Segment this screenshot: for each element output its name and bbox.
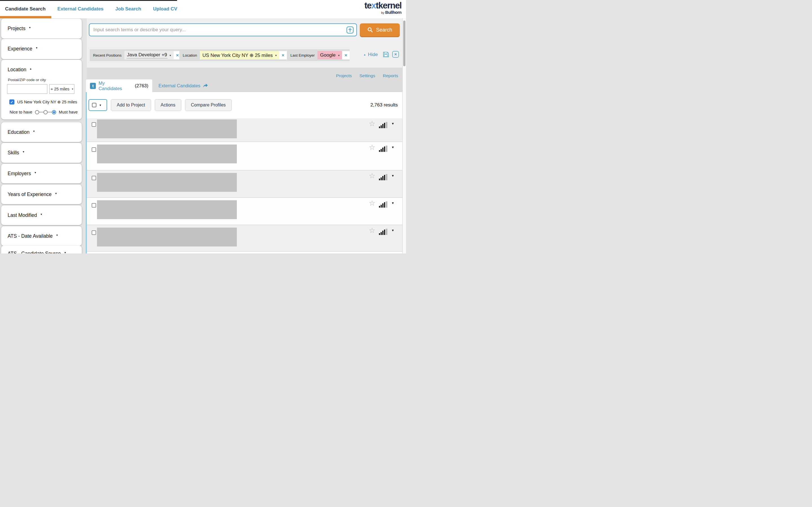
logo-text-rest: tkernel — [376, 1, 402, 10]
relevance-bars-icon[interactable] — [379, 122, 388, 128]
candidate-row[interactable]: ☆ ▾ — [87, 225, 402, 251]
slider-radio-3-selected[interactable] — [52, 110, 56, 114]
star-icon[interactable]: ☆ — [369, 144, 375, 151]
row-checkbox[interactable] — [92, 203, 96, 208]
row-checkbox[interactable] — [92, 147, 96, 152]
logo-text: te — [364, 1, 371, 10]
chevron-down-icon[interactable]: ▾ — [392, 173, 394, 178]
chip-value-dropdown[interactable]: Google ▾ — [317, 51, 342, 59]
chip-value-dropdown[interactable]: US New York City NY ⊕ 25 miles ▾ — [200, 51, 279, 59]
chip-label: Recent Positions — [93, 53, 121, 57]
panel-toggle-education[interactable]: Education▾ — [1, 122, 82, 142]
must-have-label: Must have — [59, 110, 78, 114]
select-all-checkbox[interactable] — [92, 103, 96, 107]
top-navigation-bar: Candidate Search External Candidates Job… — [0, 0, 406, 18]
panel-toggle-employers[interactable]: Employers▾ — [1, 164, 82, 183]
nav-tab-job-search[interactable]: Job Search — [115, 6, 141, 12]
checked-checkbox[interactable]: ✓ — [9, 100, 14, 105]
remove-filter-icon[interactable]: ✕ — [342, 51, 350, 59]
panel-toggle-skills[interactable]: Skills▾ — [1, 143, 82, 163]
relevance-bars-icon[interactable] — [379, 174, 388, 180]
panel-toggle-years[interactable]: Years of Experience▾ — [1, 184, 82, 204]
chevron-down-icon[interactable]: ▾ — [392, 121, 394, 126]
close-search-panel-icon[interactable]: ✕ — [392, 51, 399, 58]
postal-code-input[interactable] — [7, 84, 47, 94]
row-checkbox[interactable] — [92, 122, 96, 127]
subheader-band: Projects Settings Reports t My Candidate… — [87, 68, 402, 92]
chip-label: Last Employer — [290, 53, 315, 57]
tab-my-candidates[interactable]: t My Candidates (2763) — [86, 79, 152, 92]
tab-external-candidates[interactable]: External Candidates — [158, 79, 208, 92]
panel-toggle-projects[interactable]: Projects▾ — [1, 18, 82, 38]
settings-link[interactable]: Settings — [359, 73, 375, 78]
chevron-down-icon: ▾ — [170, 54, 171, 57]
my-candidates-count: (2763) — [135, 83, 148, 89]
row-checkbox[interactable] — [92, 176, 96, 180]
results-area: ▾ Add to Project Actions Compare Profile… — [87, 92, 402, 253]
chevron-down-icon: ▾ — [100, 103, 101, 107]
upload-query-icon[interactable] — [346, 26, 354, 34]
redacted-candidate-info — [97, 228, 237, 246]
external-candidates-label: External Candidates — [158, 83, 200, 89]
star-icon[interactable]: ☆ — [369, 227, 375, 234]
scrollbar-thumb[interactable] — [403, 20, 405, 66]
chevron-down-icon[interactable]: ▾ — [392, 201, 394, 205]
save-search-icon[interactable] — [383, 51, 389, 58]
row-checkbox[interactable] — [92, 230, 96, 235]
remove-filter-icon[interactable]: ✕ — [279, 51, 287, 59]
filter-panel-last-modified: Last Modified▾ — [1, 205, 82, 225]
star-icon[interactable]: ☆ — [369, 120, 375, 127]
search-input[interactable] — [89, 23, 357, 36]
nav-tab-candidate-search[interactable]: Candidate Search — [5, 6, 46, 12]
panel-label: ATS - Date Available — [8, 233, 53, 239]
candidate-row[interactable]: ☆ ▾ — [87, 198, 402, 225]
panel-toggle-location[interactable]: Location▴ — [1, 60, 82, 79]
results-toolbar: ▾ Add to Project Actions Compare Profile… — [89, 99, 232, 111]
candidate-row[interactable] — [87, 251, 402, 253]
chip-value-dropdown[interactable]: Java Developer +9 ▾ — [124, 51, 173, 59]
panel-toggle-experience[interactable]: Experience▾ — [1, 39, 82, 59]
active-tab-underline — [0, 16, 51, 18]
panel-toggle-ats-source[interactable]: ATS - Candidate Source▾ — [1, 245, 82, 253]
slider-radio-2[interactable] — [43, 110, 48, 114]
select-all-dropdown[interactable]: ▾ — [89, 99, 107, 111]
chevron-down-icon: ▾ — [64, 251, 66, 253]
panel-toggle-ats-date[interactable]: ATS - Date Available▾ — [1, 226, 82, 246]
filter-panel-employers: Employers▾ — [1, 164, 82, 183]
relevance-bars-icon[interactable] — [379, 229, 388, 235]
chevron-down-icon[interactable]: ▾ — [392, 145, 394, 149]
location-filter-label: US New York City NY ⊕ 25 miles — [17, 100, 77, 104]
hide-filters-button[interactable]: ▲ Hide — [363, 52, 378, 57]
candidate-row[interactable]: ☆ ▾ — [87, 170, 402, 198]
star-icon[interactable]: ☆ — [369, 200, 375, 207]
projects-link[interactable]: Projects — [336, 73, 352, 78]
chevron-down-icon: ▾ — [275, 54, 276, 57]
slider-radio-1[interactable] — [35, 110, 39, 114]
reports-link[interactable]: Reports — [383, 73, 398, 78]
chevron-down-icon[interactable]: ▾ — [392, 228, 394, 232]
slider-track — [39, 112, 43, 112]
compare-profiles-button[interactable]: Compare Profiles — [185, 99, 232, 111]
candidate-row[interactable]: ☆ ▾ — [87, 142, 402, 170]
relevance-bars-icon[interactable] — [379, 146, 388, 152]
relevance-bars-icon[interactable] — [379, 202, 388, 208]
nav-tab-external-candidates[interactable]: External Candidates — [57, 6, 103, 12]
radius-select[interactable]: + 25 miles ▾ — [49, 84, 74, 94]
vertical-scrollbar[interactable] — [402, 18, 406, 253]
location-filter-checkbox-row[interactable]: ✓ US New York City NY ⊕ 25 miles — [9, 100, 77, 105]
star-icon[interactable]: ☆ — [369, 172, 375, 179]
triangle-up-icon: ▲ — [363, 53, 366, 56]
results-accent-line — [86, 92, 87, 253]
panel-toggle-last-modified[interactable]: Last Modified▾ — [1, 205, 82, 225]
search-button-label: Search — [376, 27, 392, 33]
postal-code-label: Postal/ZIP code or city — [8, 78, 46, 82]
filter-panel-years-of-experience: Years of Experience▾ — [1, 184, 82, 204]
textkernel-t-icon: t — [90, 83, 96, 89]
search-button[interactable]: Search — [360, 23, 400, 36]
nav-tab-upload-cv[interactable]: Upload CV — [153, 6, 177, 12]
filter-chip-recent-positions: Recent Positions Java Developer +9 ▾ ✕ — [90, 49, 181, 61]
actions-button[interactable]: Actions — [155, 99, 181, 111]
candidate-row[interactable]: ☆ ▾ — [87, 118, 402, 142]
logo-byline-bullhorn: Bullhorn — [385, 10, 402, 15]
add-to-project-button[interactable]: Add to Project — [111, 99, 151, 111]
